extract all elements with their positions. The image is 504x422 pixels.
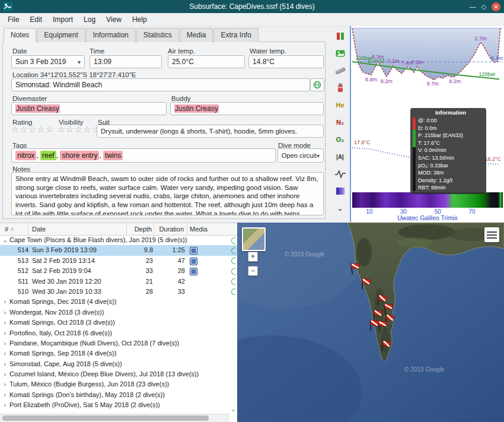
divemaster-input[interactable]: Justin Creasy <box>11 102 167 115</box>
menu-log[interactable]: Log <box>78 14 101 25</box>
minimize-button[interactable]: — <box>470 2 476 11</box>
globe-icon <box>231 258 235 264</box>
photos-toggle-button[interactable] <box>333 46 347 61</box>
chevron-right-icon[interactable]: › <box>2 307 8 318</box>
chevron-down-icon[interactable]: ⌄ <box>2 235 8 245</box>
buddy-input[interactable]: Justin Creasy <box>170 102 324 115</box>
dive-flag-marker[interactable] <box>380 338 394 353</box>
trip-row[interactable]: ›Portofino, Italy, Oct 2018 (6 dive(s)) <box>0 328 237 338</box>
ruler-toggle-button[interactable] <box>333 64 347 78</box>
dive-flag-marker[interactable] <box>361 277 372 290</box>
map-menu-button[interactable] <box>484 227 499 242</box>
tab-equipment[interactable]: Equipment <box>37 28 85 42</box>
globe-icon <box>231 278 235 285</box>
chevron-right-icon[interactable]: › <box>2 359 8 369</box>
air-temp-input[interactable]: 25.0°C <box>168 55 245 68</box>
edit-location-button[interactable] <box>310 78 324 91</box>
tag-chip[interactable]: reef <box>40 151 56 160</box>
chevron-right-icon[interactable]: › <box>2 390 8 400</box>
chevron-right-icon[interactable]: › <box>2 338 8 348</box>
table-row-dive-514[interactable]: 514 Sun 3 Feb 2019 13:09 9.8 1:25 <box>0 245 237 255</box>
rating-stars[interactable]: ☆☆☆☆☆ <box>11 125 55 134</box>
water-temp-input[interactable]: 14.8°C <box>248 55 324 68</box>
menu-file[interactable]: File <box>2 14 24 25</box>
titlebar[interactable]: Subsurface: CapeDives.ssrf (514 dives) —… <box>0 0 504 13</box>
table-row-dive-513[interactable]: 513 Sat 2 Feb 2019 13:14 23 47 <box>0 256 237 266</box>
trip-row[interactable]: ›Paindane, Moçambique (Nudi Divers), Oct… <box>0 338 237 348</box>
time-input[interactable]: 13:09 <box>90 55 162 68</box>
pp-oxygen-toggle-button[interactable]: O₂ <box>333 132 347 147</box>
dive-list-header: # ˄ Date Depth Duration Media <box>0 223 237 236</box>
close-button[interactable]: ✕ <box>492 2 500 11</box>
pp-nitrogen-toggle-button[interactable]: N₂ <box>333 115 347 129</box>
pp-helium-toggle-button[interactable]: He <box>333 98 347 112</box>
menu-help[interactable]: Help <box>127 14 152 25</box>
tab-extra-info[interactable]: Extra Info <box>213 28 258 42</box>
zoom-out-button[interactable]: − <box>248 266 258 276</box>
table-row-dive-510[interactable]: 510 Wed 30 Jan 2019 10:33 28 33 <box>0 287 237 297</box>
suit-input[interactable]: Drysuit, underwear (longs & shorts, T-sh… <box>97 125 324 138</box>
dive-flag-marker[interactable] <box>349 261 363 275</box>
dive-sites-map[interactable]: © 2019 Google © 2019 Google + − <box>237 223 504 422</box>
map-type-thumbnail[interactable] <box>242 227 266 251</box>
chevron-right-icon[interactable]: › <box>2 318 8 328</box>
globe-icon <box>231 237 235 244</box>
column-media[interactable]: Media <box>187 223 211 235</box>
sort-indicator-icon: ˄ <box>10 226 14 233</box>
trip-row-expanded[interactable]: ⌄ Cape Town (Pisces & Blue Flash divers)… <box>0 235 237 245</box>
scrollbar-thumb[interactable] <box>2 415 209 421</box>
date-select[interactable]: Sun 3 Feb 2019▾ <box>11 55 85 68</box>
chevron-right-icon[interactable]: › <box>2 328 8 338</box>
tags-input[interactable]: nitrox, reef, shore entry, twins <box>11 148 276 163</box>
info-row: pO₂: 0.33bar <box>418 162 483 170</box>
trip-row[interactable]: ›Simonstad, Cape, Aug 2018 (5 dive(s)) <box>0 359 237 369</box>
tab-statistics[interactable]: Statistics <box>136 28 179 42</box>
menu-view[interactable]: View <box>101 14 127 25</box>
table-row-dive-512[interactable]: 512 Sat 2 Feb 2019 9:04 33 28 <box>0 266 237 276</box>
trip-row[interactable]: ›Komati Springs, Sep 2018 (4 dive(s)) <box>0 348 237 358</box>
tag-chip[interactable]: nitrox <box>15 151 36 160</box>
trip-row[interactable]: ›Tulum, México (Budgie Burgess), Jun 201… <box>0 379 237 389</box>
chevron-right-icon[interactable]: › <box>2 400 8 410</box>
column-number[interactable]: # ˄ <box>0 223 28 235</box>
collapse-chevron-icon[interactable]: ⌄ <box>333 201 347 215</box>
trip-row[interactable]: ›Komati Springs (Don's birthday), May 20… <box>0 390 237 400</box>
scrollbar-down-arrow[interactable]: ⌄ <box>231 405 236 413</box>
tag-chip[interactable]: shore entry <box>60 151 99 160</box>
trip-row[interactable]: ›Cozumel Island, México (Deep Blue Diver… <box>0 369 237 379</box>
tab-notes[interactable]: Notes <box>4 28 36 42</box>
zoom-in-button[interactable]: + <box>248 252 258 262</box>
chevron-right-icon[interactable]: › <box>2 348 8 358</box>
ceiling-toggle-button[interactable]: |A| <box>333 150 347 164</box>
air-temp-label: Air temp. <box>168 47 195 55</box>
menu-edit[interactable]: Edit <box>24 14 47 25</box>
column-depth[interactable]: Depth <box>127 223 154 235</box>
maximize-button[interactable]: ◇ <box>481 2 486 11</box>
column-date[interactable]: Date <box>28 223 127 235</box>
chevron-right-icon[interactable]: › <box>2 297 8 307</box>
visibility-stars[interactable]: ☆☆☆☆☆ <box>58 125 101 134</box>
dive-mode-select[interactable]: Open circuit▾ <box>277 148 324 163</box>
dive-profile-chart[interactable]: 6.4m103050706.3m7.1m7.4m7.3m2.7m8.9m9.2m… <box>350 26 504 222</box>
tag-chip[interactable]: twins <box>103 151 123 160</box>
table-row-dive-511[interactable]: 511 Wed 30 Jan 2019 12:20 21 42 <box>0 277 237 287</box>
tank-bar-toggle-button[interactable] <box>333 81 347 95</box>
location-input[interactable]: Simonstad: Windmill Beach <box>11 78 310 91</box>
horizontal-scrollbar[interactable] <box>0 414 229 422</box>
tab-media[interactable]: Media <box>180 28 213 42</box>
column-duration[interactable]: Duration <box>154 223 187 235</box>
dive-flag-marker[interactable] <box>369 318 381 331</box>
trip-row[interactable]: ›Komati Springs, Oct 2018 (3 dive(s)) <box>0 318 237 328</box>
heart-rate-toggle-button[interactable] <box>333 167 347 181</box>
trip-row[interactable]: ›Port Elizabeth (ProDive), Sat 5 May 201… <box>0 400 237 410</box>
tissues-toggle-button[interactable] <box>333 184 347 198</box>
chevron-right-icon[interactable]: › <box>2 369 8 379</box>
chevron-right-icon[interactable]: › <box>2 379 8 389</box>
trip-row[interactable]: ›Komati Springs, Dec 2018 (4 dive(s)) <box>0 297 237 307</box>
scale-toggle-button[interactable] <box>333 29 347 43</box>
notes-textarea[interactable]: Shore entry at Windmill Beach, swam to o… <box>11 172 324 215</box>
tab-information[interactable]: Information <box>86 28 136 42</box>
menu-import[interactable]: Import <box>47 14 78 25</box>
trip-row[interactable]: ›Wondergat, Nov 2018 (3 dive(s)) <box>0 307 237 318</box>
photo-icon <box>190 258 197 265</box>
